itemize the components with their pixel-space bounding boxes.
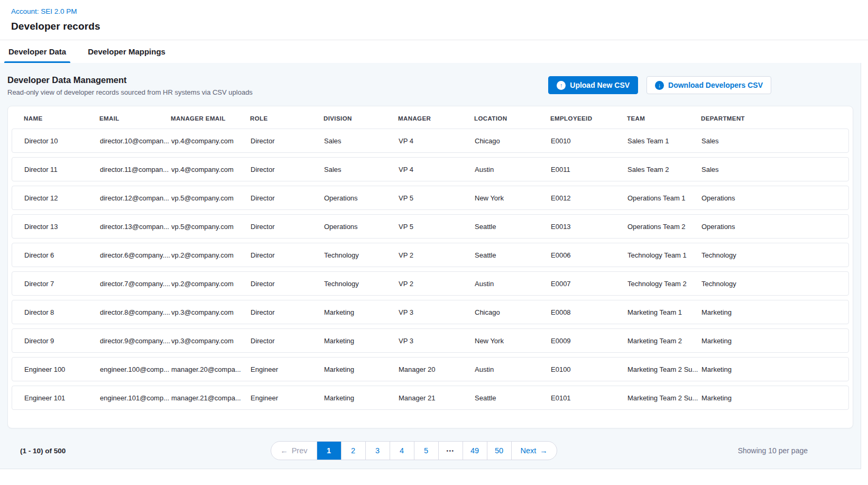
table-cell: Operations: [701, 194, 836, 202]
table-cell: director.12@compan...: [100, 194, 171, 202]
table-cell: Technology: [701, 251, 836, 259]
upload-csv-button[interactable]: ↑ Upload New CSV: [548, 76, 638, 94]
table-cell: vp.5@company.com: [171, 223, 251, 231]
page-header: Account: SEI 2.0 PM Developer records: [0, 0, 868, 32]
table-cell: Sales Team 2: [627, 166, 701, 173]
table-cell: Director: [251, 337, 324, 345]
table-cell: Director 8: [24, 308, 100, 316]
table-cell: Operations Team 2: [627, 223, 701, 231]
table-row: Director 12director.12@compan...vp.5@com…: [12, 186, 849, 210]
table-cell: Manager 20: [399, 365, 475, 373]
column-header-manager-email: MANAGER EMAIL: [171, 115, 250, 122]
column-header-location: LOCATION: [474, 115, 550, 122]
arrow-right-icon: →: [540, 446, 548, 455]
table-cell: director.13@compan...: [100, 223, 171, 231]
table-cell: vp.2@company.com: [171, 251, 251, 259]
pagination-prev-label: Prev: [292, 446, 308, 455]
tab-developer-data-label: Developer Data: [8, 47, 66, 56]
table-cell: Seattle: [475, 394, 551, 402]
table-cell: E0006: [551, 251, 627, 259]
table-cell: VP 4: [399, 166, 475, 173]
table-cell: Austin: [475, 365, 551, 373]
pagination-prev-button[interactable]: ←Prev: [271, 442, 316, 460]
table-cell: Marketing: [324, 308, 399, 316]
table-cell: Sales: [701, 166, 836, 173]
table-header-row: NAMEEMAILMANAGER EMAILROLEDIVISIONMANAGE…: [8, 106, 853, 129]
pagination-page-5[interactable]: 5: [414, 442, 438, 460]
pagination-page-50[interactable]: 50: [487, 442, 511, 460]
table-row: Director 6director.6@company....vp.2@com…: [12, 243, 849, 267]
column-header-employeeid: EMPLOYEEID: [550, 115, 627, 122]
section-header: Developer Data Management Read-only view…: [7, 63, 853, 106]
table-row: Engineer 101engineer.101@comp...manager.…: [12, 386, 849, 410]
column-header-email: EMAIL: [99, 115, 171, 122]
developer-data-panel: Developer Data Management Read-only view…: [0, 63, 861, 469]
pagination-page-1[interactable]: 1: [317, 442, 341, 460]
tab-developer-mappings-label: Developer Mappings: [88, 47, 165, 56]
table-cell: Marketing: [701, 337, 836, 345]
table-cell: vp.4@company.com: [171, 137, 251, 145]
table-cell: Marketing: [324, 365, 399, 373]
table-cell: Sales: [324, 166, 399, 173]
pagination-page-49[interactable]: 49: [463, 442, 487, 460]
table-cell: VP 3: [399, 308, 475, 316]
download-csv-button-label: Download Developers CSV: [668, 81, 763, 89]
table-cell: Marketing Team 2: [627, 337, 701, 345]
table-cell: Technology Team 1: [627, 251, 701, 259]
table-cell: director.6@company....: [100, 251, 171, 259]
pagination-page-4[interactable]: 4: [390, 442, 414, 460]
table-row: Director 11director.11@compan...vp.4@com…: [12, 157, 849, 181]
table-cell: Director: [251, 280, 324, 288]
account-breadcrumb-link[interactable]: Account: SEI 2.0 PM: [11, 7, 77, 15]
table-cell: Engineer 100: [24, 365, 100, 373]
table-cell: manager.20@compa...: [171, 365, 251, 373]
table-cell: vp.3@company.com: [171, 308, 251, 316]
tab-developer-mappings[interactable]: Developer Mappings: [86, 40, 168, 63]
upload-icon: ↑: [557, 81, 566, 90]
table-cell: engineer.100@comp...: [100, 365, 171, 373]
table-cell: Marketing Team 1: [627, 308, 701, 316]
table-cell: Technology: [324, 251, 399, 259]
table-cell: Operations: [701, 223, 836, 231]
pagination-ellipsis[interactable]: •••: [438, 442, 463, 460]
pagination-page-3[interactable]: 3: [365, 442, 390, 460]
table-cell: Marketing: [324, 337, 399, 345]
table-cell: Director: [251, 137, 324, 145]
developer-table-card: NAMEEMAILMANAGER EMAILROLEDIVISIONMANAGE…: [7, 106, 853, 428]
table-cell: VP 3: [399, 337, 475, 345]
table-cell: vp.4@company.com: [171, 166, 251, 173]
table-cell: E0007: [551, 280, 627, 288]
download-csv-button[interactable]: ↓ Download Developers CSV: [647, 76, 771, 94]
table-cell: director.11@compan...: [100, 166, 171, 173]
column-header-role: ROLE: [250, 115, 324, 122]
tab-bar: Developer Data Developer Mappings: [0, 40, 868, 63]
table-cell: E0100: [551, 365, 627, 373]
pagination-next-button[interactable]: Next→: [511, 442, 557, 460]
table-cell: Austin: [475, 280, 551, 288]
table-cell: E0010: [551, 137, 627, 145]
table-cell: manager.21@compa...: [171, 394, 251, 402]
section-titles: Developer Data Management Read-only view…: [7, 75, 253, 96]
table-cell: vp.2@company.com: [171, 280, 251, 288]
column-header-manager: MANAGER: [398, 115, 474, 122]
table-cell: VP 5: [399, 194, 475, 202]
table-cell: New York: [475, 194, 551, 202]
table-cell: E0011: [551, 166, 627, 173]
per-page-label: Showing 10 per page: [633, 446, 808, 455]
table-cell: vp.3@company.com: [171, 337, 251, 345]
table-cell: director.8@company....: [100, 308, 171, 316]
table-cell: Director 6: [24, 251, 100, 259]
table-cell: E0013: [551, 223, 627, 231]
column-header-division: DIVISION: [324, 115, 398, 122]
pagination-page-2[interactable]: 2: [341, 442, 365, 460]
table-row: Director 10director.10@compan...vp.4@com…: [12, 129, 849, 153]
table-cell: Director 10: [24, 137, 100, 145]
table-cell: E0009: [551, 337, 627, 345]
tab-developer-data[interactable]: Developer Data: [6, 40, 68, 63]
table-row: Director 9director.9@company....vp.3@com…: [12, 328, 849, 353]
table-cell: VP 5: [399, 223, 475, 231]
table-cell: E0012: [551, 194, 627, 202]
table-cell: E0101: [551, 394, 627, 402]
section-title: Developer Data Management: [7, 75, 253, 85]
download-icon: ↓: [655, 81, 664, 90]
